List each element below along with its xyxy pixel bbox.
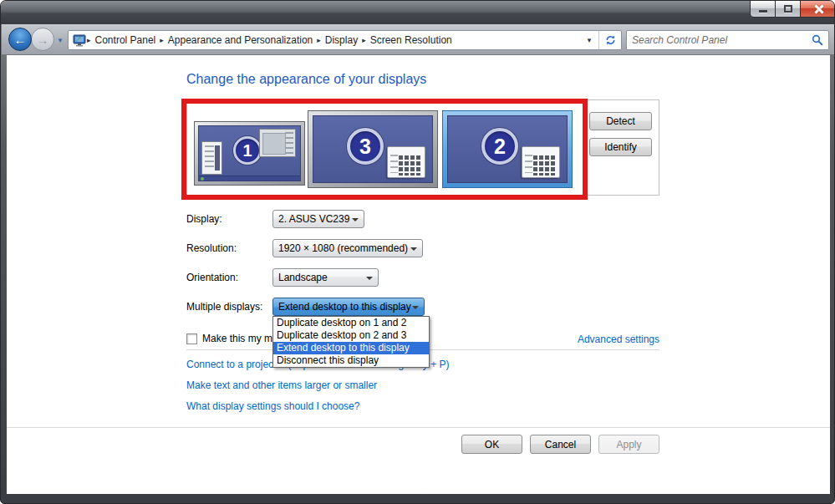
make-main-display-checkbox[interactable] <box>186 333 197 344</box>
navigation-bar: Control Panel Appearance and Personaliza… <box>2 24 835 55</box>
display-settings-window-icon <box>387 146 425 178</box>
monitor-arrangement-panel[interactable]: 1 3 2 Detect Identify <box>186 99 659 196</box>
orientation-dropdown[interactable]: Landscape <box>272 268 379 287</box>
display-help-link[interactable]: What display settings should I choose? <box>186 400 359 412</box>
option-duplicate-2-3[interactable]: Duplicate desktop on 2 and 3 <box>273 329 429 342</box>
resolution-label: Resolution: <box>186 242 237 254</box>
display-label: Display: <box>186 213 222 225</box>
resolution-dropdown[interactable]: 1920 × 1080 (recommended) <box>272 239 423 257</box>
button-row-divider <box>7 427 830 428</box>
monitor-1-thumbnail[interactable]: 1 <box>194 121 305 186</box>
option-duplicate-1-2[interactable]: Duplicate desktop on 1 and 2 <box>273 317 429 329</box>
breadcrumb-item-appearance[interactable]: Appearance and Personalization <box>165 34 316 46</box>
monitor-1-window-preview <box>201 141 222 175</box>
address-dropdown-icon[interactable] <box>580 37 598 44</box>
titlebar[interactable] <box>1 1 834 24</box>
recent-pages-chevron-icon[interactable] <box>57 37 64 44</box>
window-controls <box>750 1 835 18</box>
minimize-button[interactable] <box>751 1 776 17</box>
option-extend-desktop-selected[interactable]: Extend desktop to this display <box>273 342 429 354</box>
monitor-1-window-preview <box>259 129 296 157</box>
display-settings-window-icon <box>522 146 560 178</box>
close-icon <box>813 3 824 14</box>
multiple-displays-dropdown-open[interactable]: Extend desktop to this display <box>272 298 425 316</box>
multiple-displays-option-list: Duplicate desktop on 1 and 2 Duplicate d… <box>272 316 430 368</box>
text-size-link[interactable]: Make text and other items larger or smal… <box>186 379 377 391</box>
display-dropdown[interactable]: 2. ASUS VC239 <box>272 210 364 228</box>
orientation-label: Orientation: <box>186 272 238 283</box>
monitor-number-badge: 1 <box>233 136 262 165</box>
monitor-3-thumbnail[interactable]: 3 <box>308 110 438 188</box>
back-button[interactable] <box>8 28 32 51</box>
multiple-displays-label: Multiple displays: <box>186 301 262 313</box>
search-box <box>626 30 829 50</box>
close-button[interactable] <box>801 1 835 17</box>
option-disconnect-display[interactable]: Disconnect this display <box>273 354 429 367</box>
apply-button-disabled[interactable]: Apply <box>598 435 659 454</box>
page-title: Change the appearance of your displays <box>186 72 426 87</box>
screen-resolution-window: Control Panel Appearance and Personaliza… <box>0 0 835 504</box>
search-input[interactable] <box>627 34 807 46</box>
ok-button[interactable]: OK <box>461 435 522 454</box>
search-icon[interactable] <box>807 34 828 46</box>
forward-button[interactable] <box>31 28 54 51</box>
breadcrumb[interactable]: Control Panel Appearance and Personaliza… <box>68 30 622 50</box>
breadcrumb-item-display[interactable]: Display <box>322 34 361 46</box>
minimize-icon <box>759 10 767 13</box>
monitor-3-screen: 3 <box>313 115 433 183</box>
breadcrumb-item-control-panel[interactable]: Control Panel <box>92 34 160 46</box>
maximize-button[interactable] <box>776 1 801 17</box>
advanced-settings-link[interactable]: Advanced settings <box>578 333 659 345</box>
monitor-1-taskbar <box>199 176 300 181</box>
monitor-2-screen: 2 <box>447 115 568 183</box>
screen-resolution-icon <box>73 34 86 47</box>
maximize-icon <box>784 5 792 13</box>
detect-button[interactable]: Detect <box>589 112 652 130</box>
monitor-1-screen: 1 <box>198 125 301 181</box>
identify-button[interactable]: Identify <box>589 138 652 156</box>
monitor-number-badge: 2 <box>481 128 518 165</box>
refresh-icon <box>604 34 617 46</box>
monitor-number-badge: 3 <box>347 128 384 165</box>
cancel-button[interactable]: Cancel <box>530 435 591 454</box>
refresh-button[interactable] <box>599 31 621 49</box>
main-content: Change the appearance of your displays 1… <box>7 55 830 494</box>
breadcrumb-item-screen-resolution[interactable]: Screen Resolution <box>367 34 456 46</box>
monitor-2-thumbnail-selected[interactable]: 2 <box>442 110 573 188</box>
